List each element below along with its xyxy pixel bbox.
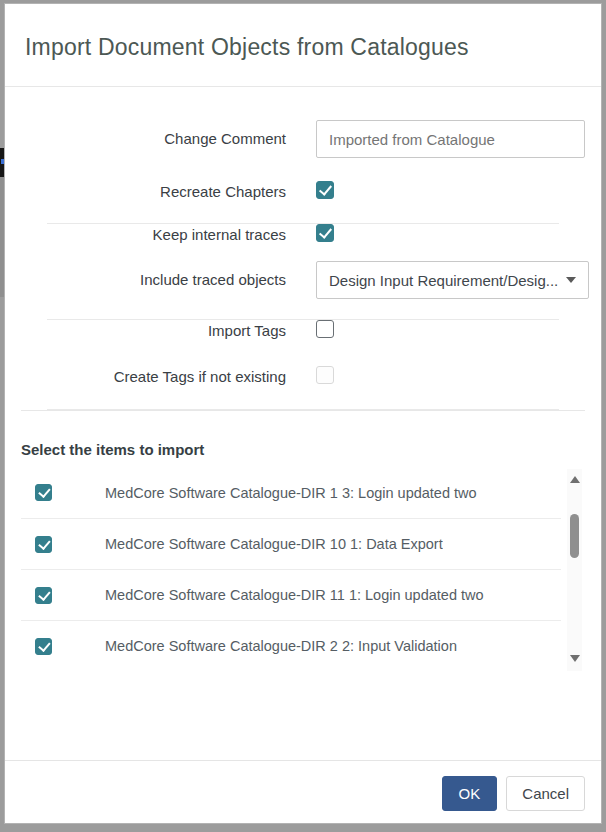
list-item[interactable]: MedCore Software Catalogue-DIR 1 3: Logi… — [21, 467, 561, 518]
dialog-header: Import Document Objects from Catalogues — [5, 4, 601, 87]
list-item[interactable]: MedCore Software Catalogue-DIR 11 1: Log… — [21, 569, 561, 620]
include-traced-objects-select[interactable]: Design Input Requirement/Desig... — [316, 261, 589, 299]
item-label: MedCore Software Catalogue-DIR 1 3: Logi… — [105, 485, 477, 501]
import-tags-checkbox[interactable] — [316, 320, 334, 338]
item-label: MedCore Software Catalogue-DIR 2 2: Inpu… — [105, 638, 457, 654]
import-tags-label: Import Tags — [21, 322, 286, 340]
item-label: MedCore Software Catalogue-DIR 10 1: Dat… — [105, 536, 443, 552]
change-comment-row: Change Comment — [21, 120, 585, 158]
form-items-divider — [21, 410, 585, 411]
include-traced-objects-row: Include traced objects Design Input Requ… — [21, 261, 585, 299]
ok-button[interactable]: OK — [442, 776, 498, 811]
item-checkbox[interactable] — [35, 536, 52, 553]
dialog-footer: OK Cancel — [5, 760, 601, 823]
item-label: MedCore Software Catalogue-DIR 11 1: Log… — [105, 587, 484, 603]
import-tags-row: Import Tags — [21, 320, 585, 342]
create-tags-label: Create Tags if not existing — [21, 368, 286, 386]
list-item[interactable]: MedCore Software Catalogue-DIR 10 1: Dat… — [21, 518, 561, 569]
create-tags-row: Create Tags if not existing — [21, 366, 585, 388]
list-item[interactable]: MedCore Software Catalogue-DIR 2 2: Inpu… — [21, 620, 561, 671]
items-list: MedCore Software Catalogue-DIR 1 3: Logi… — [21, 467, 561, 671]
dialog-body: Change Comment Recreate Chapters Keep in… — [5, 87, 601, 760]
scrollbar-thumb[interactable] — [570, 514, 579, 558]
import-dialog: Import Document Objects from Catalogues … — [4, 3, 602, 824]
items-section-heading: Select the items to import — [21, 441, 585, 459]
item-checkbox[interactable] — [35, 638, 52, 655]
scroll-down-icon[interactable] — [570, 655, 580, 662]
item-checkbox[interactable] — [35, 587, 52, 604]
keep-internal-traces-checkbox[interactable] — [316, 224, 334, 242]
select-value: Design Input Requirement/Desig... — [329, 272, 558, 289]
recreate-chapters-row: Recreate Chapters — [21, 181, 585, 203]
keep-internal-traces-row: Keep internal traces — [21, 224, 585, 246]
keep-internal-traces-label: Keep internal traces — [21, 226, 286, 244]
cancel-button[interactable]: Cancel — [506, 776, 585, 811]
chevron-down-icon — [566, 277, 576, 283]
item-checkbox[interactable] — [35, 484, 52, 501]
list-scrollbar[interactable] — [567, 469, 582, 671]
dialog-title: Import Document Objects from Catalogues — [25, 34, 581, 61]
items-list-container: MedCore Software Catalogue-DIR 1 3: Logi… — [21, 467, 585, 671]
change-comment-input[interactable] — [316, 120, 585, 158]
recreate-chapters-checkbox[interactable] — [316, 181, 334, 199]
include-traced-objects-label: Include traced objects — [21, 271, 286, 289]
recreate-chapters-label: Recreate Chapters — [21, 183, 286, 201]
create-tags-checkbox — [316, 366, 334, 384]
scroll-up-icon[interactable] — [570, 476, 580, 483]
change-comment-label: Change Comment — [21, 130, 286, 148]
